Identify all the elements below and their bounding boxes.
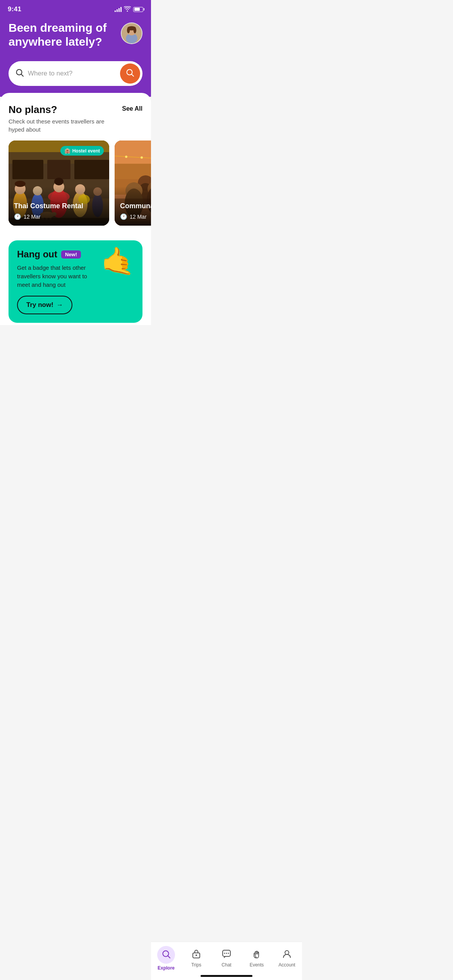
event-info-communal: Communal Dinner 🕐 12 Mar: [115, 187, 151, 226]
hangout-content: Hang out New! Get a badge that lets othe…: [17, 249, 101, 314]
search-icon-left: [15, 69, 24, 79]
svg-point-39: [141, 156, 143, 159]
svg-point-16: [15, 181, 26, 187]
battery-icon: [133, 7, 143, 12]
hangout-emoji: 🤙: [101, 247, 134, 274]
hostel-icon: 🏨: [64, 148, 70, 154]
avatar[interactable]: [121, 22, 142, 44]
wifi-icon: [124, 6, 131, 13]
new-badge: New!: [61, 250, 81, 259]
svg-rect-11: [12, 160, 43, 179]
status-icons: [115, 6, 143, 13]
search-button[interactable]: [120, 63, 140, 84]
search-button-icon: [126, 69, 134, 79]
signal-icon: [115, 7, 122, 12]
status-bar: 9:41: [0, 0, 151, 16]
search-bar[interactable]: Where to next?: [9, 61, 142, 86]
hangout-title-row: Hang out New!: [17, 249, 97, 260]
event-title-communal: Communal Dinner: [120, 202, 151, 210]
hangout-banner: Hang out New! Get a badge that lets othe…: [9, 240, 142, 323]
hangout-title: Hang out: [17, 249, 57, 260]
arrow-icon: →: [57, 301, 63, 309]
svg-point-5: [134, 27, 136, 33]
try-now-label: Try now!: [26, 301, 53, 309]
status-time: 9:41: [8, 5, 21, 13]
search-container: Where to next?: [0, 61, 151, 97]
header-title: Been dreaming of anywhere lately?: [9, 21, 109, 49]
content-area: No plans? Check out these events travell…: [0, 93, 151, 325]
svg-point-22: [54, 178, 63, 185]
svg-point-38: [125, 156, 127, 158]
hangout-description: Get a badge that lets other travellers k…: [17, 264, 97, 289]
no-plans-text: No plans? Check out these events travell…: [9, 104, 109, 134]
svg-point-4: [127, 27, 130, 33]
clock-icon: 🕐: [14, 213, 21, 220]
event-date-communal: 🕐 12 Mar: [120, 213, 151, 220]
event-title-thai: Thai Costume Rental: [14, 202, 104, 210]
svg-rect-13: [74, 160, 109, 179]
no-plans-title: No plans?: [9, 104, 109, 116]
clock-icon-2: 🕐: [120, 213, 127, 220]
event-badge-thai: 🏨 Hostel event: [60, 146, 104, 156]
event-date-thai: 🕐 12 Mar: [14, 213, 104, 220]
event-image-thai: 🏨 Hostel event Thai Costume Rental 🕐 12 …: [9, 140, 109, 226]
event-image-communal: 🏨 Hostel event Communal Dinner 🕐 12 Mar: [115, 140, 151, 226]
header: Been dreaming of anywhere lately?: [0, 16, 151, 61]
no-plans-section: No plans? Check out these events travell…: [9, 104, 142, 134]
search-placeholder[interactable]: Where to next?: [28, 70, 116, 77]
events-scroll: 🏨 Hostel event Thai Costume Rental 🕐 12 …: [0, 140, 151, 232]
event-card-thai[interactable]: 🏨 Hostel event Thai Costume Rental 🕐 12 …: [9, 140, 109, 226]
event-info-thai: Thai Costume Rental 🕐 12 Mar: [9, 187, 109, 226]
no-plans-subtitle: Check out these events travellers are hy…: [9, 117, 109, 134]
avatar-image: [122, 23, 142, 43]
event-card-communal[interactable]: 🏨 Hostel event Communal Dinner 🕐 12 Mar: [115, 140, 151, 226]
try-now-button[interactable]: Try now! →: [17, 296, 72, 314]
svg-rect-12: [47, 160, 70, 179]
see-all-button[interactable]: See All: [122, 104, 142, 112]
